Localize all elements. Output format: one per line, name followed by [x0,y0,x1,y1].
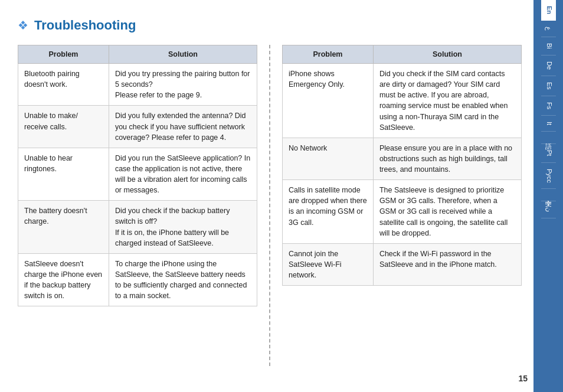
left-table: Problem Solution Bluetooth pairing doesn… [18,45,257,306]
problem-cell: Unable to hear ringtones. [18,148,109,201]
solution-cell: Did you run the SatSleeve application? I… [109,148,257,201]
problem-cell: Bluetooth pairing doesn't work. [18,64,109,106]
page-title-container: ❖ Troubleshooting [18,18,522,33]
solution-cell: Did you check if the backup battery swit… [109,201,257,254]
problem-cell: Unable to make/ receive calls. [18,106,109,148]
solution-cell: Please ensure you are in a place with no… [373,138,521,179]
solution-cell: Did you fully extended the antenna? Did … [109,106,257,148]
left-col-solution: Solution [109,45,257,64]
right-col-solution: Solution [373,45,521,64]
table-row: Calls in satellite mode are dropped when… [283,180,522,244]
sidebar: EnعBiDeEsFsIt語PtРусс中文ن [533,0,563,392]
problem-cell: SatSleeve doesn't charge the iPhone even… [18,253,109,306]
page-title: Troubleshooting [34,18,136,33]
problem-cell: The battery doesn't charge. [18,201,109,254]
two-column-layout: Problem Solution Bluetooth pairing doesn… [18,45,522,366]
left-section: Problem Solution Bluetooth pairing doesn… [18,45,270,366]
sidebar-item-語[interactable]: 語 [541,132,556,144]
sidebar-item-pt[interactable]: Pt [541,144,556,162]
sidebar-item-it[interactable]: It [541,116,556,132]
problem-cell: No Network [283,138,374,179]
sidebar-item-ن[interactable]: ن [541,201,556,218]
sidebar-item-de[interactable]: De [541,55,556,76]
solution-cell: Check if the Wi-Fi password in the SatSl… [373,243,521,285]
right-section: Problem Solution iPhone shows Emergency … [270,45,522,366]
sidebar-item-es[interactable]: Es [541,76,556,96]
solution-cell: To charge the iPhone using the SatSleeve… [109,253,257,306]
solution-cell: The Satsleeve is designed to prioritize … [373,180,521,244]
problem-cell: Calls in satellite mode are dropped when… [283,180,374,244]
table-row: Bluetooth pairing doesn't work.Did you t… [18,64,257,106]
title-icon: ❖ [18,18,28,32]
table-row: iPhone shows Emergency Only.Did you chec… [283,64,522,138]
sidebar-item-fs[interactable]: Fs [541,96,556,116]
page-number: 15 [518,374,528,383]
sidebar-item-русс[interactable]: Русс [541,163,556,190]
solution-cell: Did you check if the SIM card contacts a… [373,64,521,138]
problem-cell: Cannot join the SatSleeve Wi-Fi network. [283,243,374,285]
sidebar-item-bi[interactable]: Bi [541,37,556,55]
left-col-problem: Problem [18,45,109,64]
right-table: Problem Solution iPhone shows Emergency … [282,45,522,286]
sidebar-item-en[interactable]: En [541,0,556,21]
table-row: The battery doesn't charge.Did you check… [18,201,257,254]
sidebar-item-中文[interactable]: 中文 [541,189,556,201]
table-row: Unable to hear ringtones.Did you run the… [18,148,257,201]
right-col-problem: Problem [283,45,374,64]
table-row: No NetworkPlease ensure you are in a pla… [283,138,522,179]
sidebar-item-ع[interactable]: ع [541,21,556,37]
table-row: Unable to make/ receive calls.Did you fu… [18,106,257,148]
solution-cell: Did you try pressing the pairing button … [109,64,257,106]
main-content: ❖ Troubleshooting Problem Solution Bluet… [0,0,533,392]
problem-cell: iPhone shows Emergency Only. [283,64,374,138]
table-row: Cannot join the SatSleeve Wi-Fi network.… [283,243,522,285]
table-row: SatSleeve doesn't charge the iPhone even… [18,253,257,306]
